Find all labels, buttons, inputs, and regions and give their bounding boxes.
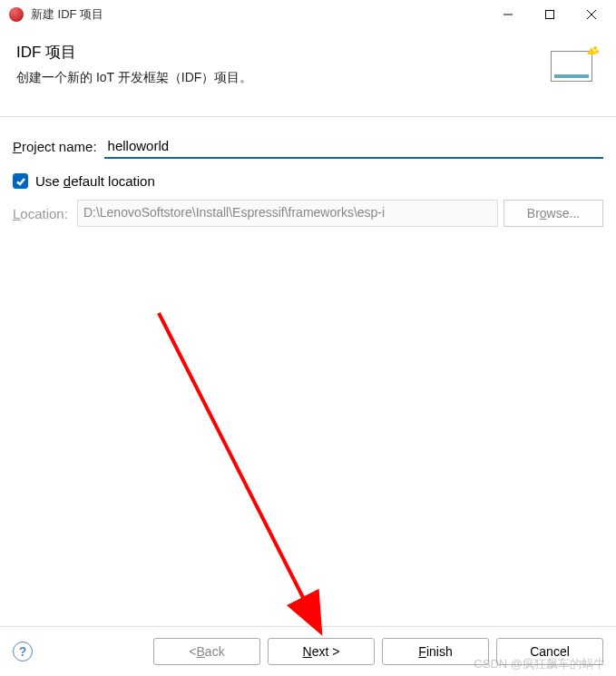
project-name-label: Project name: (13, 139, 97, 154)
wizard-content: Project name: Use default location Locat… (0, 117, 616, 645)
location-input: D:\LenovoSoftstore\Install\Espressif\fra… (77, 200, 498, 227)
cancel-button[interactable]: Cancel (496, 638, 603, 665)
page-title: IDF 项目 (16, 42, 547, 63)
window-controls (487, 0, 612, 29)
use-default-location-label: Use default location (35, 173, 155, 189)
maximize-button[interactable] (529, 0, 571, 29)
project-name-row: Project name: (13, 133, 603, 159)
titlebar: 新建 IDF 项目 (0, 0, 616, 29)
finish-button[interactable]: Finish (382, 638, 489, 665)
svg-rect-1 (546, 11, 554, 19)
back-button[interactable]: < Back (153, 638, 260, 665)
use-default-location-row: Use default location (13, 173, 603, 189)
minimize-button[interactable] (487, 0, 529, 29)
wizard-footer: ? < Back Next > Finish Cancel (0, 626, 616, 676)
app-icon (9, 7, 24, 22)
project-name-input[interactable] (104, 133, 603, 159)
next-button[interactable]: Next > (268, 638, 375, 665)
wizard-header: IDF 项目 创建一个新的 IoT 开发框架（IDF）项目。 (0, 29, 616, 117)
location-label: Location: (13, 206, 68, 221)
close-button[interactable] (571, 0, 612, 29)
page-description: 创建一个新的 IoT 开发框架（IDF）项目。 (16, 70, 547, 86)
help-button[interactable]: ? (13, 642, 33, 661)
browse-button: Browse... (504, 200, 603, 227)
location-row: Location: D:\LenovoSoftstore\Install\Esp… (13, 200, 603, 227)
wizard-icon (547, 44, 600, 96)
window-title: 新建 IDF 项目 (31, 6, 487, 23)
use-default-location-checkbox[interactable] (13, 173, 28, 189)
